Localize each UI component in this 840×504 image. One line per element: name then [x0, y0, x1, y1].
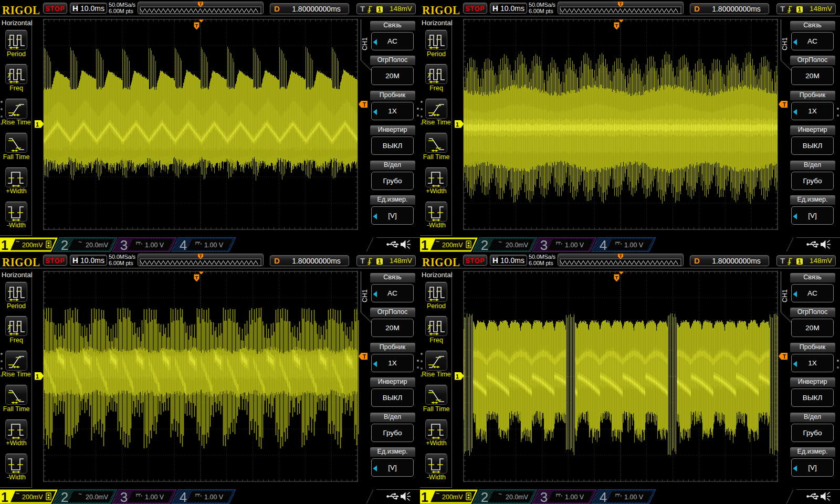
- svg-text:CH1: CH1: [361, 289, 369, 302]
- svg-text:1.00 V: 1.00 V: [204, 242, 224, 249]
- svg-text:~: ~: [436, 490, 439, 497]
- svg-text:~: ~: [16, 238, 19, 245]
- svg-text:1.00 V: 1.00 V: [565, 242, 584, 249]
- svg-text:3: 3: [540, 489, 548, 504]
- svg-text:200mV: 200mV: [22, 494, 43, 501]
- svg-text:1.00 V: 1.00 V: [145, 494, 164, 501]
- svg-text:1: 1: [421, 238, 428, 252]
- svg-text:1: 1: [456, 121, 459, 128]
- svg-text:T: T: [619, 2, 622, 7]
- svg-text:1: 1: [421, 490, 428, 504]
- svg-text:1.00 V: 1.00 V: [204, 494, 224, 501]
- svg-text:4: 4: [600, 237, 607, 252]
- svg-text:1.00 V: 1.00 V: [624, 242, 644, 249]
- svg-text:~: ~: [16, 490, 19, 497]
- svg-text:1: 1: [1, 490, 8, 504]
- svg-text:2: 2: [61, 489, 68, 504]
- svg-text:200mV: 200mV: [22, 242, 43, 249]
- svg-text:20.0mV: 20.0mV: [86, 494, 109, 501]
- svg-text:1.00 V: 1.00 V: [565, 494, 584, 501]
- svg-text:3: 3: [120, 237, 128, 252]
- svg-text:~: ~: [498, 238, 502, 246]
- svg-text:200mV: 200mV: [442, 494, 463, 501]
- svg-text:~: ~: [498, 490, 502, 498]
- svg-text:2: 2: [481, 489, 488, 504]
- svg-text:20.0mV: 20.0mV: [506, 494, 529, 501]
- svg-text:T: T: [783, 354, 786, 360]
- svg-text:1: 1: [456, 373, 459, 380]
- svg-text:T: T: [363, 354, 366, 360]
- svg-text:3: 3: [540, 237, 548, 252]
- svg-text:3: 3: [120, 489, 128, 504]
- svg-text:T: T: [783, 102, 786, 108]
- svg-text:T: T: [615, 275, 618, 280]
- svg-text:~: ~: [78, 490, 82, 498]
- svg-text:2: 2: [481, 237, 488, 252]
- svg-text:20.0mV: 20.0mV: [86, 242, 109, 249]
- svg-text:T: T: [195, 23, 198, 28]
- svg-text:CH1: CH1: [361, 37, 369, 50]
- svg-text:4: 4: [180, 489, 187, 504]
- svg-text:4: 4: [180, 237, 187, 252]
- svg-text:2: 2: [61, 237, 68, 252]
- svg-text:T: T: [199, 2, 202, 7]
- svg-text:20.0mV: 20.0mV: [506, 242, 529, 249]
- svg-text:4: 4: [600, 489, 607, 504]
- svg-text:CH1: CH1: [781, 37, 789, 50]
- svg-text:200mV: 200mV: [442, 242, 463, 249]
- svg-text:T: T: [199, 254, 202, 259]
- svg-text:T: T: [195, 275, 198, 280]
- svg-text:1: 1: [36, 121, 39, 128]
- svg-text:T: T: [619, 254, 622, 259]
- svg-text:1.00 V: 1.00 V: [145, 242, 164, 249]
- svg-text:T: T: [615, 23, 618, 28]
- svg-text:1: 1: [36, 373, 39, 380]
- svg-text:CH1: CH1: [781, 289, 789, 302]
- svg-text:T: T: [363, 102, 366, 108]
- svg-text:1.00 V: 1.00 V: [624, 494, 644, 501]
- svg-text:~: ~: [78, 238, 82, 246]
- svg-text:1: 1: [1, 238, 8, 252]
- svg-text:~: ~: [436, 238, 439, 245]
